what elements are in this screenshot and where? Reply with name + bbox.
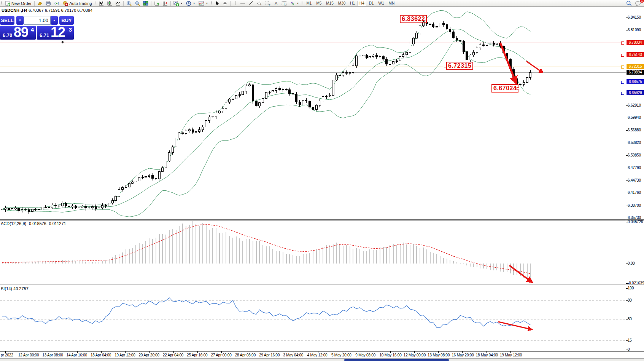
annotation-6.67024[interactable]: 6.67024 xyxy=(491,84,518,93)
timeframe-button-D1[interactable]: D1 xyxy=(367,1,376,6)
horizontal-scrollbar[interactable] xyxy=(0,358,644,361)
cursor-button[interactable] xyxy=(213,0,221,6)
trendline-button[interactable] xyxy=(247,0,255,6)
volume-increase-button[interactable]: ▲ xyxy=(51,16,58,25)
buy-price-big-digits: 12 xyxy=(51,24,65,40)
red-trend-arrow-0[interactable] xyxy=(500,43,516,82)
bar-chart-button[interactable] xyxy=(97,0,105,6)
equidistant-channel-button[interactable]: E xyxy=(255,0,264,6)
price-tick-6.59940: 6.59940 xyxy=(628,115,641,120)
text-button[interactable]: A xyxy=(272,0,280,6)
volume-input[interactable] xyxy=(24,16,51,25)
date-label-4: 18 Apr 04:00 xyxy=(91,353,111,357)
date-label-14: 5 May 20:00 xyxy=(331,353,351,357)
timeframe-button-M1[interactable]: M1 xyxy=(304,1,313,6)
price-tick-6.56880: 6.56880 xyxy=(628,128,641,132)
sell-button[interactable]: SELL xyxy=(0,16,14,25)
toolbar-grip[interactable] xyxy=(1,1,3,6)
timeframe-button-M15[interactable]: M15 xyxy=(324,1,335,6)
notification-count-badge: 1 xyxy=(640,0,644,3)
buy-price-display[interactable]: 6.71 12 3 xyxy=(37,26,74,40)
main-price-pane[interactable] xyxy=(0,11,626,217)
toolbar: New Order Au xyxy=(0,0,644,7)
rsi-tick-15: 15 xyxy=(628,338,632,342)
sell-price-pip-digit: 4 xyxy=(31,26,34,33)
horizontal-line-button[interactable] xyxy=(239,0,247,6)
arrows-button[interactable]: ▼ xyxy=(288,0,301,6)
level-anchor-6.65929[interactable] xyxy=(621,92,624,95)
svg-text:A: A xyxy=(275,1,278,6)
date-label-15: 9 May 08:00 xyxy=(355,353,375,357)
line-chart-icon xyxy=(115,1,121,6)
zoom-out-button[interactable] xyxy=(133,0,142,6)
crosshair-icon xyxy=(223,1,227,6)
autotrading-button[interactable]: AutoTrading xyxy=(61,0,94,6)
level-anchor-6.72315[interactable] xyxy=(621,65,624,69)
new-chart-button[interactable]: ▼ xyxy=(172,0,184,6)
search-button[interactable] xyxy=(625,0,633,6)
signal-button[interactable] xyxy=(52,0,61,6)
one-click-trading-panel: SELL ▼ ▲ BUY 6.70 89 4 6.71 12 3 xyxy=(0,15,74,40)
print-button[interactable] xyxy=(44,0,52,6)
chart-canvas[interactable] xyxy=(0,7,644,361)
candlestick-series xyxy=(1,19,531,213)
annotation-6.72315[interactable]: 6.72315 xyxy=(446,62,473,70)
text-label-icon: T xyxy=(281,1,287,6)
buy-button[interactable]: BUY xyxy=(59,16,74,25)
date-label-12: 3 May 04:00 xyxy=(283,353,303,357)
timeframe-button-W1[interactable]: W1 xyxy=(377,1,386,6)
notifications-button[interactable]: 1 xyxy=(633,0,642,6)
volume-decrease-button[interactable]: ▼ xyxy=(16,16,24,25)
timeframe-button-MN[interactable]: MN xyxy=(387,1,397,6)
auto-scroll-button[interactable] xyxy=(153,0,161,6)
date-label-21: 19 May 12:00 xyxy=(500,353,522,357)
macd-indicator-label: ACD(12,26,9) -0.018576 -0.011271 xyxy=(1,221,66,226)
rsi-tick-0: 0 xyxy=(628,347,630,351)
clock-icon xyxy=(186,1,191,6)
date-label-2: 13 Apr 08:00 xyxy=(42,353,63,357)
fibonacci-button[interactable]: F xyxy=(264,0,272,6)
annotation-anchor[interactable] xyxy=(444,65,447,67)
svg-text:F: F xyxy=(269,4,270,6)
bollinger-middle xyxy=(2,29,531,209)
level-anchor-6.78034[interactable] xyxy=(621,42,624,45)
sell-price-display[interactable]: 6.70 89 4 xyxy=(0,26,36,40)
timeframe-button-M30[interactable]: M30 xyxy=(336,1,347,6)
chart-shift-button[interactable] xyxy=(161,0,169,6)
styles-button[interactable] xyxy=(36,0,44,6)
scrollbar-thumb[interactable] xyxy=(344,359,449,361)
tile-windows-button[interactable] xyxy=(142,0,150,6)
timeframe-button-H4[interactable]: H4 xyxy=(358,1,366,6)
chart-title: USDCNH-,H4 6.70367 6.71591 6.70170 6.708… xyxy=(2,8,92,13)
annotation-anchor[interactable] xyxy=(517,87,519,90)
line-chart-button[interactable] xyxy=(114,0,122,6)
indicators-icon xyxy=(199,1,204,6)
autotrading-label: AutoTrading xyxy=(69,1,92,6)
timeframe-button-H1[interactable]: H1 xyxy=(348,1,357,6)
annotation-6.83622[interactable]: 6.83622 xyxy=(400,15,427,23)
autotrading-icon xyxy=(62,1,68,6)
date-label-13: 4 May 12:00 xyxy=(307,353,328,357)
rsi-pane[interactable] xyxy=(0,298,626,341)
timeframe-button-M5[interactable]: M5 xyxy=(314,1,323,6)
periods-button[interactable]: ▼ xyxy=(184,0,197,6)
search-icon xyxy=(626,0,632,6)
svg-text:T: T xyxy=(283,2,285,6)
level-anchor-6.68575[interactable] xyxy=(621,81,624,84)
price-tick-6.81090: 6.81090 xyxy=(628,28,641,32)
new-order-icon xyxy=(5,1,10,6)
macd-histogram xyxy=(2,221,531,279)
candle-chart-icon xyxy=(107,1,112,6)
zoom-in-button[interactable] xyxy=(125,0,133,6)
indicators-button[interactable]: ▼ xyxy=(197,0,210,6)
text-label-button[interactable]: T xyxy=(280,0,288,6)
level-anchor-6.75143[interactable] xyxy=(621,54,624,57)
vertical-line-button[interactable] xyxy=(232,0,239,6)
macd-pane[interactable] xyxy=(2,221,531,279)
rsi-tick-50: 50 xyxy=(628,317,632,321)
candle-chart-button[interactable] xyxy=(105,0,114,6)
new-order-button[interactable]: New Order xyxy=(3,0,33,6)
crosshair-button[interactable] xyxy=(221,0,229,6)
svg-text:E: E xyxy=(260,3,262,6)
date-label-7: 22 Apr 04:00 xyxy=(163,353,183,357)
